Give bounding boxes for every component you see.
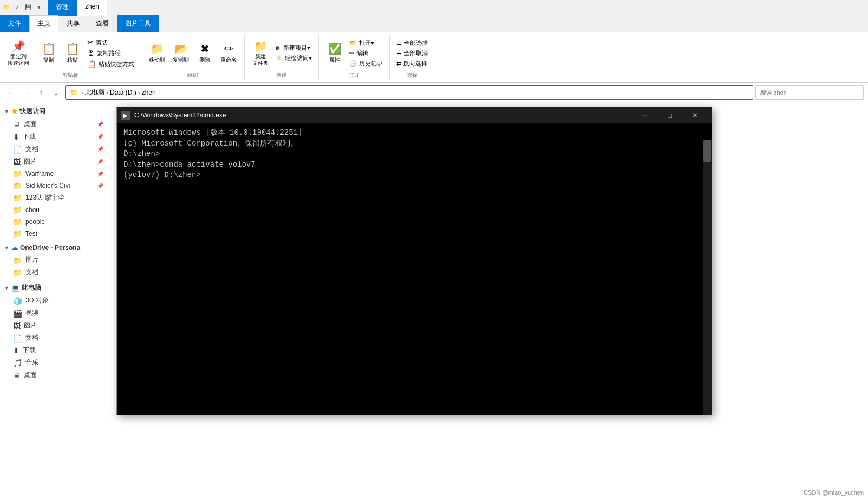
sidebar-item-video[interactable]: 🎬 视频 [0, 307, 108, 319]
nav-back-button[interactable]: ← [4, 86, 17, 99]
invert-selection-button[interactable]: ⇄ 反向选择 [394, 58, 430, 69]
edit-button[interactable]: ✏ 编辑 [347, 48, 385, 58]
ribbon-tab-file[interactable]: 文件 [0, 15, 29, 32]
rename-button[interactable]: ✏ 重命名 [217, 40, 240, 66]
open-icon: 📂 [349, 40, 357, 47]
sidebar-item-people[interactable]: 📁 people [0, 216, 108, 228]
address-bar[interactable]: 📁 › 此电脑 › Data (D:) › zhen [65, 85, 753, 100]
cmd-close-button[interactable]: ✕ [682, 107, 707, 123]
ribbon-tab-home[interactable]: 主页 [29, 15, 58, 32]
tab-manage[interactable]: 管理 [48, 0, 77, 16]
sidebar-item-desktop[interactable]: 🖥 桌面 📌 [0, 118, 108, 130]
save-icon[interactable]: 💾 [24, 3, 32, 12]
sidebar-item-pc-desktop[interactable]: 🖥 桌面 [0, 369, 108, 381]
cmd-body[interactable]: Microsoft Windows [版本 10.0.19044.2251](c… [117, 123, 712, 415]
delete-button[interactable]: ✖ 删除 [193, 40, 216, 66]
new-item-button[interactable]: 🗎 新建项目▾ [273, 43, 314, 53]
cmd-line-3: D:\zhen> [123, 149, 705, 160]
new-folder-button[interactable]: 📁 新建文件夹 [249, 37, 272, 69]
paste-shortcut-button[interactable]: 📋 粘贴快捷方式 [85, 58, 136, 69]
title-bar-icons: 📁 ✓ 💾 ▼ [2, 3, 43, 12]
pc-desktop-label: 桌面 [24, 371, 37, 380]
cmd-restore-button[interactable]: □ [657, 107, 682, 123]
main-layout: ▼ ★ 快速访问 🖥 桌面 📌 ⬇ 下载 📌 📄 文档 📌 🖼 图片 📌 📁 W… [0, 102, 868, 500]
cmd-line-1: (c) Microsoft Corporation。保留所有权利。 [123, 139, 705, 149]
sidebar-item-chou[interactable]: 📁 chou [0, 204, 108, 216]
sidebar-item-123[interactable]: 📁 123队-缪宇尘 [0, 192, 108, 204]
sidebar-item-warframe[interactable]: 📁 Warframe 📌 [0, 168, 108, 180]
quick-access-label: 快速访问 [19, 107, 45, 116]
delete-icon: ✖ [200, 42, 210, 55]
pc-pictures-label: 图片 [24, 321, 37, 330]
this-pc-header[interactable]: ▼ 💻 此电脑 [0, 281, 108, 294]
tab-zhen[interactable]: zhen [77, 0, 107, 16]
od-pictures-icon: 📁 [13, 256, 22, 265]
sidebar-item-onedrive-documents[interactable]: 📁 文档 [0, 266, 108, 279]
copy-path-button[interactable]: 🗎 复制路径 [85, 48, 136, 58]
sidebar-item-music[interactable]: 🎵 音乐 [0, 357, 108, 369]
desktop-pin-icon: 📌 [97, 121, 103, 127]
cmd-window-icon: ▶ [121, 111, 130, 120]
cmd-minimize-button[interactable]: ─ [632, 107, 657, 123]
cmd-window-controls: ─ □ ✕ [632, 107, 707, 123]
ribbon-tab-picture-tools[interactable]: 图片工具 [117, 15, 159, 32]
select-all-button[interactable]: ☰ 全部选择 [394, 38, 430, 48]
copy-to-button[interactable]: 📂 复制到 [169, 40, 192, 66]
ribbon-group-organize: 📁 移动到 📂 复制到 ✖ 删除 ✏ 重命名 组织 [141, 35, 245, 80]
history-button[interactable]: 🕒 历史记录 [347, 58, 385, 69]
sidebar-item-pictures[interactable]: 🖼 图片 📌 [0, 155, 108, 168]
new-label: 新建 [276, 71, 287, 79]
sidebar-item-pc-downloads[interactable]: ⬇ 下载 [0, 344, 108, 357]
sidebar-item-3d-objects[interactable]: 🧊 3D 对象 [0, 294, 108, 307]
cmd-scrollbar[interactable] [703, 140, 712, 415]
cut-button[interactable]: ✂ 剪切 [85, 37, 136, 48]
this-pc-icon: 💻 [11, 284, 19, 292]
sidebar-item-test[interactable]: 📁 Test [0, 228, 108, 240]
move-to-button[interactable]: 📁 移动到 [146, 40, 168, 66]
sidebar-item-documents[interactable]: 📄 文档 📌 [0, 143, 108, 155]
open-button[interactable]: 📂 打开▾ [347, 38, 385, 48]
od-pictures-label: 图片 [25, 255, 38, 265]
music-label: 音乐 [25, 358, 38, 367]
ribbon-tab-view[interactable]: 查看 [88, 15, 117, 32]
paste-button[interactable]: 📋 粘贴 [61, 40, 84, 66]
new-folder-icon: 📁 [254, 40, 267, 52]
copy-icon: 📋 [42, 42, 56, 55]
3d-objects-icon: 🧊 [13, 297, 22, 305]
cmd-line-0: Microsoft Windows [版本 10.0.19044.2251] [123, 128, 705, 139]
open-buttons: ✅ 属性 📂 打开▾ ✏ 编辑 🕒 历史记录 [323, 36, 385, 70]
move-icon: 📁 [151, 42, 164, 55]
search-input[interactable] [755, 85, 864, 100]
recent-locations-button[interactable]: ⌄ [50, 86, 63, 99]
easy-access-button[interactable]: ⚡ 轻松访问▾ [273, 53, 314, 63]
path-data-drive[interactable]: Data (D:) [110, 89, 136, 96]
quick-access-arrow: ▼ [4, 109, 9, 114]
nav-up-button[interactable]: ↑ [35, 86, 48, 99]
copy-button[interactable]: 📋 复制 [37, 40, 60, 66]
onedrive-header[interactable]: ▼ ☁ OneDrive - Persona [0, 242, 108, 254]
quick-access-header[interactable]: ▼ ★ 快速访问 [0, 104, 108, 118]
open-small-buttons: 📂 打开▾ ✏ 编辑 🕒 历史记录 [347, 37, 385, 70]
dropdown-icon[interactable]: ▼ [35, 3, 43, 12]
test-folder-icon: 📁 [13, 229, 22, 238]
path-zhen[interactable]: zhen [142, 89, 156, 96]
new-buttons: 📁 新建文件夹 🗎 新建项目▾ ⚡ 轻松访问▾ [249, 36, 314, 70]
nav-forward-button[interactable]: → [19, 86, 32, 99]
sidebar-item-civ[interactable]: 📁 Sid Meier's Civi 📌 [0, 180, 108, 192]
onedrive-arrow: ▼ [4, 245, 9, 251]
ribbon-tab-share[interactable]: 共享 [58, 15, 88, 32]
sidebar-item-downloads[interactable]: ⬇ 下载 📌 [0, 130, 108, 143]
select-none-button[interactable]: ☰ 全部取消 [394, 48, 430, 58]
people-label: people [25, 218, 45, 226]
properties-button[interactable]: ✅ 属性 [323, 40, 346, 66]
sidebar-item-pc-documents[interactable]: 📄 文档 [0, 332, 108, 344]
sidebar-item-pc-pictures[interactable]: 🖼 图片 [0, 319, 108, 332]
path-this-pc[interactable]: 此电脑 [85, 88, 105, 97]
title-bar: 📁 ✓ 💾 ▼ 管理 zhen [0, 0, 868, 15]
sidebar-item-onedrive-pictures[interactable]: 📁 图片 [0, 254, 108, 266]
pin-to-quickaccess-button[interactable]: 📌 固定到快速访问 [4, 37, 32, 69]
quick-save-icon[interactable]: ✓ [13, 3, 22, 12]
rename-label: 重命名 [220, 56, 237, 64]
edit-label: 编辑 [356, 49, 368, 57]
history-icon: 🕒 [349, 60, 357, 67]
